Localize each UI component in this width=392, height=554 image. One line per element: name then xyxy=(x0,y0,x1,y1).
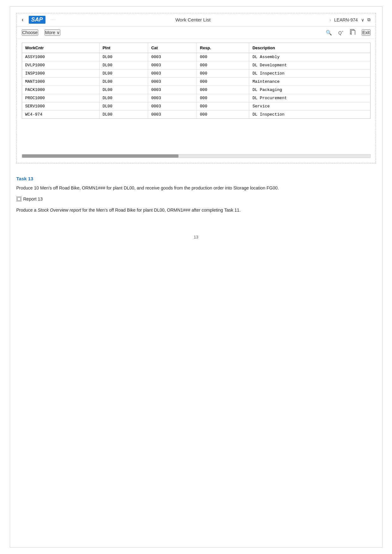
report-description: Produce a Stock Overview report for the … xyxy=(16,207,376,214)
table-cell: SERV1000 xyxy=(22,102,100,111)
more-button[interactable]: More ∨ xyxy=(45,29,60,36)
table-row[interactable]: ASSY1000DL000003000DL Assembly xyxy=(22,53,370,61)
back-button[interactable]: ‹ xyxy=(22,16,24,23)
table-row[interactable]: PACK1000DL000003000DL Packaging xyxy=(22,86,370,94)
table-cell: DL00 xyxy=(99,69,148,78)
nav-dots: ···· xyxy=(51,18,57,21)
table-cell: DL00 xyxy=(99,53,148,61)
table-cell: 000 xyxy=(196,53,249,61)
table-cell: DL00 xyxy=(99,111,148,119)
svg-rect-1 xyxy=(351,30,355,35)
table-row[interactable]: MANT1000DL000003000Maintenance xyxy=(22,78,370,86)
table-cell: DL00 xyxy=(99,94,148,102)
table-cell: 0003 xyxy=(148,69,196,78)
table-cell: 0003 xyxy=(148,78,196,86)
content-area: Task 13 Produce 10 Men's off Road Bike, … xyxy=(16,173,376,222)
table-cell: DL00 xyxy=(99,86,148,94)
table-cell: PACK1000 xyxy=(22,86,100,94)
table-cell: Service xyxy=(249,102,370,111)
table-cell: Maintenance xyxy=(249,78,370,86)
horizontal-scrollbar[interactable] xyxy=(22,154,371,158)
table-row[interactable]: WC4-974DL000003000DL Inspection xyxy=(22,111,370,119)
search-icon[interactable]: 🔍 xyxy=(326,30,332,36)
nav-forward-button[interactable]: › xyxy=(329,17,331,22)
table-cell: DL Assembly xyxy=(249,53,370,61)
table-cell: 0003 xyxy=(148,111,196,119)
table-header-row: WorkCntr Plnt Cat Resp. Description xyxy=(22,43,370,53)
table-cell: DL Inspection xyxy=(249,69,370,78)
page-title: Work Center List xyxy=(62,17,324,22)
toolbar-right: 🔍 Q+ Exit xyxy=(326,29,371,36)
choose-button[interactable]: Choose xyxy=(22,29,38,36)
table-cell: 0003 xyxy=(148,61,196,69)
search-plus-icon[interactable]: Q+ xyxy=(338,30,343,35)
table-cell: DL00 xyxy=(99,102,148,111)
report-label[interactable]: Report 13 xyxy=(23,196,43,202)
table-row[interactable]: PROC1000DL000003000DL Procurement xyxy=(22,94,370,102)
table-cell: DL Procurement xyxy=(249,94,370,102)
system-chevron: ∨ xyxy=(361,17,364,22)
table-cell: 000 xyxy=(196,102,249,111)
report-icon xyxy=(16,196,21,202)
table-cell: DL00 xyxy=(99,61,148,69)
page-number: 13 xyxy=(194,235,198,239)
toolbar: Choose More ∨ 🔍 Q+ Exit xyxy=(17,27,376,39)
table-cell: 000 xyxy=(196,61,249,69)
table-cell: INSP1000 xyxy=(22,69,100,78)
table-cell: 000 xyxy=(196,111,249,119)
sap-logo: SAP xyxy=(29,16,45,24)
table-body: ASSY1000DL000003000DL AssemblyDVLP1000DL… xyxy=(22,53,370,119)
empty-space xyxy=(17,123,376,154)
copy-icon[interactable]: ⧉ xyxy=(367,17,371,22)
table-row[interactable]: DVLP1000DL000003000DL Development xyxy=(22,61,370,69)
table-cell: DL Packaging xyxy=(249,86,370,94)
table-cell: ASSY1000 xyxy=(22,53,100,61)
work-center-table: WorkCntr Plnt Cat Resp. Description ASSY… xyxy=(22,43,370,118)
table-cell: DVLP1000 xyxy=(22,61,100,69)
table-cell: 0003 xyxy=(148,102,196,111)
col-header-description: Description xyxy=(249,43,370,53)
table-cell: 000 xyxy=(196,94,249,102)
col-header-workcntr: WorkCntr xyxy=(22,43,100,53)
bookmark-icon[interactable] xyxy=(350,29,355,36)
col-header-cat: Cat xyxy=(148,43,196,53)
table-cell: WC4-974 xyxy=(22,111,100,119)
table-cell: DL Development xyxy=(249,61,370,69)
nav-right-section: › LEARN-974 ∨ ⧉ xyxy=(329,17,370,22)
table-container: WorkCntr Plnt Cat Resp. Description ASSY… xyxy=(22,43,371,119)
table-cell: 0003 xyxy=(148,86,196,94)
report-link-row: Report 13 xyxy=(16,196,376,202)
exit-button[interactable]: Exit xyxy=(362,29,370,36)
task-description: Produce 10 Men's off Road Bike, ORMN1###… xyxy=(16,184,376,191)
system-label[interactable]: LEARN-974 xyxy=(334,17,358,22)
table-cell: DL Inspection xyxy=(249,111,370,119)
col-header-resp: Resp. xyxy=(196,43,249,53)
table-cell: 000 xyxy=(196,78,249,86)
table-row[interactable]: INSP1000DL000003000DL Inspection xyxy=(22,69,370,78)
table-cell: DL00 xyxy=(99,78,148,86)
table-row[interactable]: SERV1000DL000003000Service xyxy=(22,102,370,111)
scroll-thumb[interactable] xyxy=(22,154,179,158)
table-cell: 000 xyxy=(196,69,249,78)
table-cell: 0003 xyxy=(148,53,196,61)
col-header-plnt: Plnt xyxy=(99,43,148,53)
page-footer: 13 xyxy=(16,235,376,239)
page-container: ‹ SAP ···· Work Center List › LEARN-974 … xyxy=(10,6,383,548)
top-nav-bar: ‹ SAP ···· Work Center List › LEARN-974 … xyxy=(17,13,376,27)
table-cell: PROC1000 xyxy=(22,94,100,102)
sap-app-window: ‹ SAP ···· Work Center List › LEARN-974 … xyxy=(16,13,376,163)
task-title: Task 13 xyxy=(16,176,376,181)
table-cell: 000 xyxy=(196,86,249,94)
svg-rect-2 xyxy=(17,197,21,201)
table-cell: 0003 xyxy=(148,94,196,102)
table-cell: MANT1000 xyxy=(22,78,100,86)
